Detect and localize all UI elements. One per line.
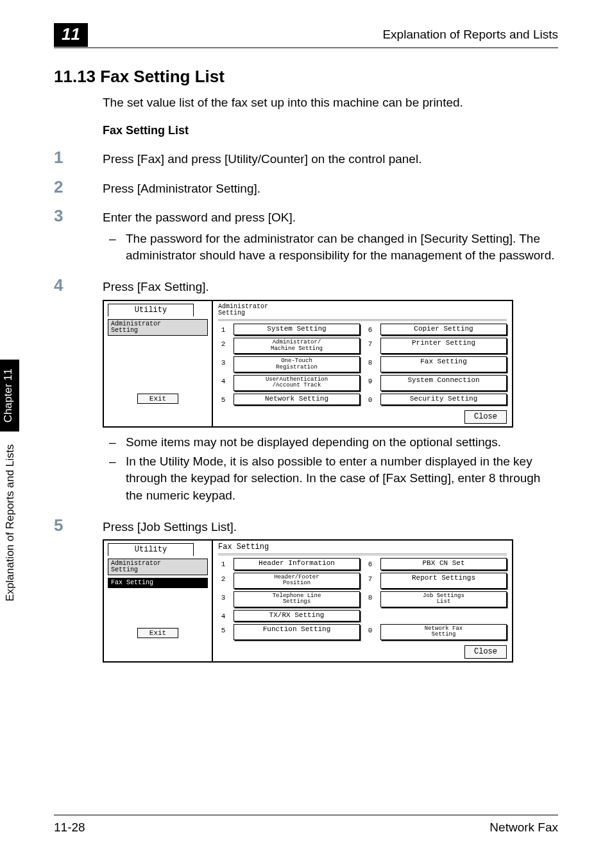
- step-text: Press [Fax] and press [Utility/Counter] …: [103, 149, 421, 168]
- lcd-tab-admin-setting[interactable]: Administrator Setting: [108, 319, 208, 336]
- lcd-item-network-setting[interactable]: Network Setting: [234, 394, 360, 405]
- lcd-item-num: 1: [218, 558, 228, 569]
- lcd-tab-utility[interactable]: Utility: [108, 543, 194, 556]
- step-number: 2: [54, 178, 103, 195]
- side-tab: Chapter 11 Explanation of Reports and Li…: [0, 360, 23, 668]
- step-text: Press [Administrator Setting].: [103, 178, 260, 198]
- step-1: 1 Press [Fax] and press [Utility/Counter…: [54, 149, 558, 168]
- lcd-tab-utility[interactable]: Utility: [108, 304, 194, 317]
- lcd-item-userauth-account[interactable]: UserAuthentication /Account Track: [234, 375, 360, 391]
- lcd-item-header-information[interactable]: Header Information: [234, 558, 360, 569]
- lcd-item-num: 7: [365, 338, 375, 354]
- lcd-tab-fax-setting[interactable]: Fax Setting: [108, 578, 208, 588]
- lcd-item-num: 5: [218, 624, 228, 640]
- running-header: 11 Explanation of Reports and Lists: [54, 22, 558, 48]
- step-text: Press [Fax Setting].: [103, 279, 558, 296]
- step-number: 3: [54, 207, 103, 224]
- page-number: 11-28: [54, 820, 85, 835]
- side-section-label: Explanation of Reports and Lists: [0, 435, 21, 611]
- page-footer: 11-28 Network Fax: [54, 815, 558, 835]
- lcd-item-report-settings[interactable]: Report Settings: [380, 573, 507, 589]
- lcd-empty-slot: [380, 610, 507, 621]
- lcd-item-num: 4: [218, 375, 228, 391]
- section-intro: The set value list of the fax set up int…: [103, 96, 558, 110]
- step-note: In the Utility Mode, it is also possible…: [103, 453, 558, 504]
- lcd-item-fax-setting[interactable]: Fax Setting: [380, 356, 507, 372]
- lcd-item-system-setting[interactable]: System Setting: [234, 324, 360, 335]
- lcd-item-num: 4: [218, 610, 228, 621]
- step-number: 4: [54, 277, 103, 293]
- lcd-title: Fax Setting: [218, 543, 507, 551]
- lcd-item-telephone-line-settings[interactable]: Telephone Line Settings: [234, 591, 360, 607]
- lcd-item-num: 5: [218, 394, 228, 405]
- lcd-item-num: [365, 610, 375, 621]
- lcd-item-admin-machine-setting[interactable]: Administrator/ Machine Setting: [234, 338, 360, 354]
- lcd-item-job-settings-list[interactable]: Job Settings List: [380, 591, 507, 607]
- lcd-item-network-fax-setting[interactable]: Network Fax Setting: [380, 624, 507, 640]
- step-text: Enter the password and press [OK].: [103, 209, 558, 227]
- lcd-fax-setting: Utility Administrator Setting Fax Settin…: [103, 539, 513, 662]
- lcd-item-num: 0: [365, 624, 375, 640]
- lcd-item-function-setting[interactable]: Function Setting: [234, 624, 360, 640]
- lcd-item-num: 2: [218, 573, 228, 589]
- lcd-close-button[interactable]: Close: [464, 645, 507, 659]
- lcd-tab-admin-setting[interactable]: Administrator Setting: [108, 559, 208, 575]
- lcd-exit-button[interactable]: Exit: [137, 394, 178, 404]
- step-number: 1: [54, 149, 103, 166]
- lcd-item-header-footer-position[interactable]: Header/Footer Position: [234, 573, 360, 589]
- step-note: Some items may not be displayed dependin…: [103, 434, 558, 451]
- lcd-item-num: 6: [365, 558, 375, 569]
- lcd-admin-setting: Utility Administrator Setting Exit Admin…: [103, 300, 513, 428]
- lcd-item-num: 8: [365, 591, 375, 607]
- step-number: 5: [54, 517, 103, 534]
- lcd-item-num: 3: [218, 591, 228, 607]
- side-chapter-label: Chapter 11: [0, 360, 19, 431]
- lcd-item-onetouch-registration[interactable]: One-Touch Registration: [234, 356, 360, 372]
- lcd-close-button[interactable]: Close: [464, 410, 507, 424]
- step-3: 3 Enter the password and press [OK]. The…: [54, 207, 558, 266]
- lcd-item-system-connection[interactable]: System Connection: [380, 375, 507, 391]
- lcd-item-num: 6: [365, 324, 375, 335]
- lcd-exit-button[interactable]: Exit: [137, 628, 178, 638]
- step-4: 4 Press [Fax Setting]. Utility Administr…: [54, 277, 558, 507]
- section-title: 11.13 Fax Setting List: [54, 67, 558, 87]
- footer-title: Network Fax: [489, 820, 558, 835]
- step-text: Press [Job Settings List].: [103, 519, 513, 536]
- lcd-item-txrx-setting[interactable]: TX/RX Setting: [234, 610, 360, 621]
- lcd-item-security-setting[interactable]: Security Setting: [380, 394, 507, 405]
- lcd-item-num: 7: [365, 573, 375, 589]
- lcd-item-num: 3: [218, 356, 228, 372]
- lcd-title: Administrator Setting: [218, 304, 507, 317]
- lcd-item-num: 8: [365, 356, 375, 372]
- section-subhead: Fax Setting List: [103, 124, 558, 137]
- step-note: The password for the administrator can b…: [103, 230, 558, 264]
- lcd-item-pbx-cn-set[interactable]: PBX CN Set: [380, 558, 507, 569]
- lcd-item-num: 0: [365, 394, 375, 405]
- running-head-text: Explanation of Reports and Lists: [382, 28, 558, 42]
- lcd-item-num: 1: [218, 324, 228, 335]
- lcd-item-copier-setting[interactable]: Copier Setting: [380, 324, 507, 335]
- lcd-item-num: 2: [218, 338, 228, 354]
- lcd-item-num: 9: [365, 375, 375, 391]
- chapter-number-badge: 11: [54, 23, 88, 47]
- lcd-item-printer-setting[interactable]: Printer Setting: [380, 338, 507, 354]
- step-2: 2 Press [Administrator Setting].: [54, 178, 558, 198]
- step-5: 5 Press [Job Settings List]. Utility Adm…: [54, 517, 558, 669]
